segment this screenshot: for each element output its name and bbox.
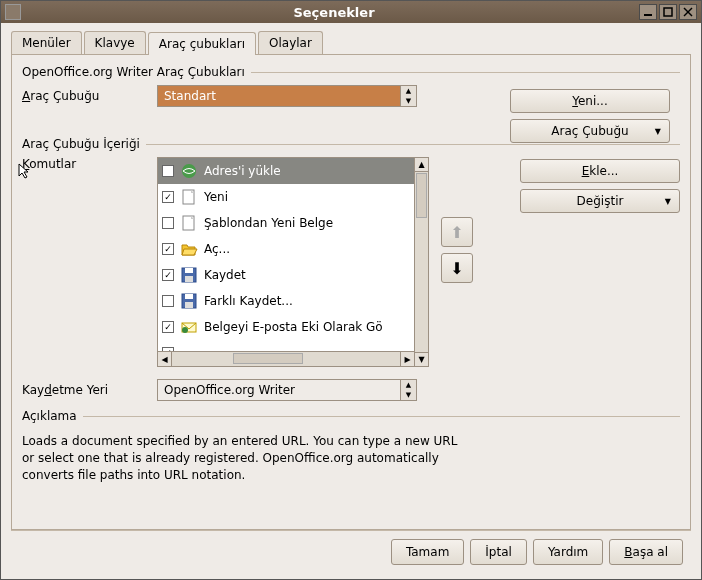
svg-rect-0 bbox=[644, 14, 652, 16]
svg-rect-9 bbox=[185, 276, 193, 282]
checkbox[interactable] bbox=[162, 165, 174, 177]
description-text: Loads a document specified by an entered… bbox=[22, 429, 462, 487]
blank-icon bbox=[180, 344, 198, 351]
scroll-left-icon[interactable]: ◀ bbox=[158, 352, 172, 366]
commands-listbox[interactable]: Adres'i yükle✓YeniŞablondan Yeni Belge✓A… bbox=[157, 157, 414, 367]
mail-icon bbox=[180, 318, 198, 336]
toolbar-label: Araç Çubuğu bbox=[22, 89, 157, 103]
save-icon bbox=[180, 266, 198, 284]
scroll-right-icon[interactable]: ▶ bbox=[400, 352, 414, 366]
commands-label: Komutlar bbox=[22, 157, 157, 171]
checkbox[interactable]: ✓ bbox=[162, 191, 174, 203]
svg-point-4 bbox=[182, 164, 196, 178]
list-item[interactable]: Farklı Kaydet... bbox=[158, 288, 414, 314]
divider bbox=[251, 72, 680, 73]
titlebar: Seçenekler bbox=[1, 1, 701, 23]
list-item[interactable]: ✓--------------------------------- bbox=[158, 340, 414, 351]
legend-description: Açıklama bbox=[22, 409, 77, 423]
spin-up-icon[interactable]: ▲ bbox=[401, 380, 416, 390]
legend-content: Araç Çubuğu İçeriği bbox=[22, 137, 140, 151]
list-item-label: Aç... bbox=[204, 242, 230, 256]
list-item-label: Şablondan Yeni Belge bbox=[204, 216, 333, 230]
cancel-button[interactable]: İptal bbox=[470, 539, 527, 565]
list-item-label: Farklı Kaydet... bbox=[204, 294, 293, 308]
spin-up-icon[interactable]: ▲ bbox=[401, 86, 416, 96]
chevron-down-icon: ▼ bbox=[665, 197, 671, 206]
scroll-down-icon[interactable]: ▼ bbox=[415, 352, 428, 366]
tab-keyboard[interactable]: Klavye bbox=[84, 31, 146, 54]
new-button[interactable]: Yeni... bbox=[510, 89, 670, 113]
move-down-button[interactable]: ⬇ bbox=[441, 253, 473, 283]
move-up-button[interactable]: ⬆ bbox=[441, 217, 473, 247]
legend-toolbars: OpenOffice.org Writer Araç Çubukları bbox=[22, 65, 245, 79]
app-icon bbox=[5, 4, 21, 20]
list-item-label: Adres'i yükle bbox=[204, 164, 281, 178]
checkbox[interactable] bbox=[162, 295, 174, 307]
checkbox[interactable] bbox=[162, 217, 174, 229]
svg-rect-1 bbox=[664, 8, 672, 16]
save-location-label: Kaydetme Yeri bbox=[22, 383, 157, 397]
scrollbar-vertical[interactable]: ▲ ▼ bbox=[414, 157, 429, 367]
list-item-label: Belgeyi E-posta Eki Olarak Gö bbox=[204, 320, 383, 334]
ok-button[interactable]: Tamam bbox=[391, 539, 464, 565]
dialog-buttons: Tamam İptal Yardım Başa al bbox=[11, 530, 691, 573]
modify-button[interactable]: Değiştir▼ bbox=[520, 189, 680, 213]
tab-bar: Menüler Klavye Araç çubukları Olaylar bbox=[11, 31, 691, 54]
list-item[interactable]: Adres'i yükle bbox=[158, 158, 414, 184]
svg-rect-12 bbox=[185, 302, 193, 308]
toolbar-select[interactable]: Standart ▲▼ bbox=[157, 85, 417, 107]
tab-content: OpenOffice.org Writer Araç Çubukları Ara… bbox=[11, 54, 691, 530]
list-item[interactable]: ✓Yeni bbox=[158, 184, 414, 210]
url-icon bbox=[180, 162, 198, 180]
add-button[interactable]: Ekle... bbox=[520, 159, 680, 183]
scroll-up-icon[interactable]: ▲ bbox=[415, 158, 428, 172]
chevron-down-icon: ▼ bbox=[655, 127, 661, 136]
list-item-label: Kaydet bbox=[204, 268, 246, 282]
divider bbox=[146, 144, 680, 145]
spin-down-icon[interactable]: ▼ bbox=[401, 96, 416, 106]
open-icon bbox=[180, 240, 198, 258]
doc-icon bbox=[180, 214, 198, 232]
checkbox[interactable]: ✓ bbox=[162, 321, 174, 333]
doc-icon bbox=[180, 188, 198, 206]
minimize-button[interactable] bbox=[639, 4, 657, 20]
tab-events[interactable]: Olaylar bbox=[258, 31, 323, 54]
tab-toolbars[interactable]: Araç çubukları bbox=[148, 32, 256, 55]
close-button[interactable] bbox=[679, 4, 697, 20]
list-item[interactable]: ✓Aç... bbox=[158, 236, 414, 262]
list-item[interactable]: Şablondan Yeni Belge bbox=[158, 210, 414, 236]
checkbox[interactable]: ✓ bbox=[162, 243, 174, 255]
divider bbox=[83, 416, 680, 417]
window-title: Seçenekler bbox=[29, 5, 639, 20]
reset-button[interactable]: Başa al bbox=[609, 539, 683, 565]
list-item[interactable]: ✓Belgeyi E-posta Eki Olarak Gö bbox=[158, 314, 414, 340]
svg-point-14 bbox=[182, 327, 188, 333]
maximize-button[interactable] bbox=[659, 4, 677, 20]
spin-down-icon[interactable]: ▼ bbox=[401, 390, 416, 400]
help-button[interactable]: Yardım bbox=[533, 539, 603, 565]
svg-rect-11 bbox=[185, 294, 193, 299]
list-item-label: Yeni bbox=[204, 190, 228, 204]
tab-menus[interactable]: Menüler bbox=[11, 31, 82, 54]
list-item[interactable]: ✓Kaydet bbox=[158, 262, 414, 288]
svg-rect-8 bbox=[185, 268, 193, 273]
scrollbar-horizontal[interactable]: ◀ ▶ bbox=[158, 351, 414, 366]
save-location-select[interactable]: OpenOffice.org Writer ▲▼ bbox=[157, 379, 417, 401]
save-icon bbox=[180, 292, 198, 310]
checkbox[interactable]: ✓ bbox=[162, 269, 174, 281]
